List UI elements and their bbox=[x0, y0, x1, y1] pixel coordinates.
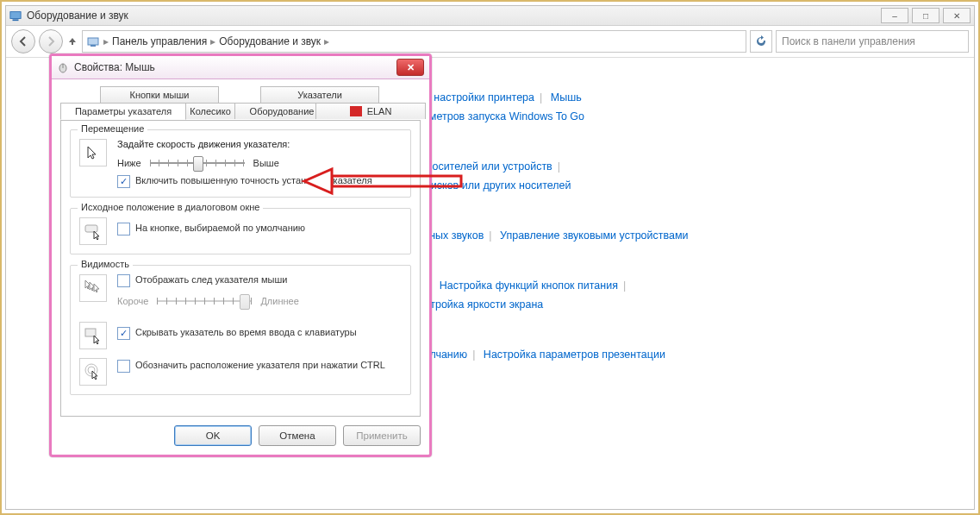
link[interactable]: араметров запуска Windows To Go bbox=[411, 110, 584, 122]
tab-elan[interactable]: ELAN bbox=[315, 103, 426, 119]
explorer-title: Оборудование и звук bbox=[27, 9, 128, 22]
dialog-titlebar[interactable]: Свойства: Мышь ✕ bbox=[52, 56, 429, 79]
link[interactable]: Настройка функций кнопок питания bbox=[440, 279, 618, 292]
breadcrumb-sep-icon: ▸ bbox=[103, 35, 109, 47]
nav-back-button[interactable] bbox=[11, 29, 35, 53]
show-location-ctrl-checkbox[interactable]: Обозначить расположение указателя при на… bbox=[117, 360, 385, 373]
group-motion: Перемещение Задайте скорость движения ук… bbox=[70, 129, 411, 198]
ok-button[interactable]: OK bbox=[174, 425, 252, 446]
minimize-button[interactable]: – bbox=[881, 8, 908, 23]
ctrl-locate-icon bbox=[79, 358, 107, 386]
hide-while-typing-label: Скрывать указатель во время ввода с клав… bbox=[135, 327, 357, 337]
slider-label-short: Короче bbox=[117, 296, 148, 306]
slider-label-slow: Ниже bbox=[117, 158, 141, 168]
breadcrumb-sep-icon: ▸ bbox=[324, 35, 329, 47]
explorer-titlebar: Оборудование и звук – □ ✕ bbox=[6, 6, 974, 26]
group-motion-legend: Перемещение bbox=[78, 123, 147, 134]
group-visibility: Видимость Отображать след указателя мыши… bbox=[70, 265, 411, 395]
pointer-trails-checkbox[interactable]: Отображать след указателя мыши bbox=[117, 274, 402, 287]
maximize-button[interactable]: □ bbox=[912, 8, 939, 23]
tab-elan-label: ELAN bbox=[367, 106, 392, 116]
refresh-icon bbox=[755, 35, 767, 47]
trails-icon bbox=[79, 274, 107, 302]
arrow-right-icon bbox=[46, 36, 56, 47]
enhance-precision-label: Включить повышенную точность установки у… bbox=[135, 175, 372, 185]
checkbox-icon bbox=[117, 223, 130, 236]
trail-length-slider bbox=[157, 292, 252, 310]
svg-rect-2 bbox=[88, 38, 98, 45]
link[interactable]: Управление звуковыми устройствами bbox=[500, 229, 689, 242]
dialog-close-button[interactable]: ✕ bbox=[396, 59, 424, 76]
enhance-precision-checkbox[interactable]: Включить повышенную точность установки у… bbox=[117, 175, 402, 188]
refresh-button[interactable] bbox=[750, 30, 772, 53]
window-buttons: – □ ✕ bbox=[881, 8, 971, 23]
snap-to-checkbox[interactable]: На кнопке, выбираемой по умолчанию bbox=[117, 223, 305, 236]
up-icon[interactable] bbox=[66, 35, 78, 47]
cursor-icon bbox=[79, 139, 107, 166]
link[interactable]: Мышь bbox=[551, 91, 582, 104]
svg-rect-1 bbox=[13, 19, 19, 21]
search-placeholder: Поиск в панели управления bbox=[782, 35, 915, 47]
checkbox-icon bbox=[117, 327, 130, 340]
slider-label-fast: Выше bbox=[253, 158, 279, 168]
pointer-trails-label: Отображать след указателя мыши bbox=[135, 274, 287, 285]
breadcrumb-item[interactable]: Оборудование и звук bbox=[219, 35, 321, 47]
breadcrumb-item[interactable]: Панель управления bbox=[112, 35, 207, 47]
tab-strip: Кнопки мыши Указатели Параметры указател… bbox=[60, 86, 421, 121]
apply-button[interactable]: Применить bbox=[343, 425, 421, 446]
slider-label-long: Длиннее bbox=[260, 296, 298, 306]
group-visibility-legend: Видимость bbox=[78, 259, 133, 269]
tab-page-pointer-options: Перемещение Задайте скорость движения ук… bbox=[60, 120, 421, 417]
mouse-properties-dialog: Свойства: Мышь ✕ Кнопки мыши Указатели П… bbox=[49, 53, 432, 457]
show-location-ctrl-label: Обозначить расположение указателя при на… bbox=[135, 360, 385, 370]
hide-while-typing-checkbox[interactable]: Скрывать указатель во время ввода с клав… bbox=[117, 327, 357, 340]
tab-pointer-options[interactable]: Параметры указателя bbox=[60, 103, 186, 120]
group-snap-legend: Исходное положение в диалоговом окне bbox=[78, 202, 263, 212]
tab-pointers[interactable]: Указатели bbox=[260, 86, 379, 103]
category-links: ные настройки принтера| Мышь араметров з… bbox=[411, 88, 965, 395]
arrow-left-icon bbox=[18, 36, 28, 47]
close-button[interactable]: ✕ bbox=[943, 8, 971, 23]
group-snap-to: Исходное положение в диалоговом окне На … bbox=[70, 208, 411, 254]
link[interactable]: ля носителей или устройств bbox=[411, 160, 552, 173]
pointer-speed-slider[interactable] bbox=[150, 154, 245, 172]
hide-typing-icon bbox=[79, 322, 107, 349]
checkbox-icon bbox=[117, 175, 130, 188]
snap-to-label: На кнопке, выбираемой по умолчанию bbox=[135, 223, 305, 233]
breadcrumb[interactable]: ▸ Панель управления ▸ Оборудование и зву… bbox=[82, 30, 746, 53]
dialog-title: Свойства: Мышь bbox=[74, 61, 155, 73]
control-panel-icon bbox=[86, 35, 100, 48]
speed-instruction: Задайте скорость движения указателя: bbox=[117, 139, 402, 149]
search-input[interactable]: Поиск в панели управления bbox=[776, 30, 969, 53]
cancel-button[interactable]: Отмена bbox=[259, 425, 336, 446]
nav-forward-button[interactable] bbox=[39, 29, 63, 53]
mouse-icon bbox=[57, 61, 69, 73]
tab-buttons[interactable]: Кнопки мыши bbox=[100, 86, 219, 103]
checkbox-icon bbox=[117, 360, 130, 373]
svg-rect-0 bbox=[10, 12, 21, 19]
link[interactable]: кт-дисков или других носителей bbox=[411, 179, 571, 192]
snap-icon bbox=[79, 217, 107, 245]
link[interactable]: Настройка параметров презентации bbox=[484, 349, 665, 361]
svg-rect-6 bbox=[85, 225, 97, 232]
hardware-icon bbox=[9, 9, 22, 22]
dialog-button-row: OK Отмена Применить bbox=[52, 420, 429, 455]
breadcrumb-sep-icon: ▸ bbox=[210, 35, 215, 47]
svg-rect-3 bbox=[91, 45, 96, 47]
checkbox-icon bbox=[117, 274, 130, 287]
elan-icon bbox=[350, 106, 362, 116]
